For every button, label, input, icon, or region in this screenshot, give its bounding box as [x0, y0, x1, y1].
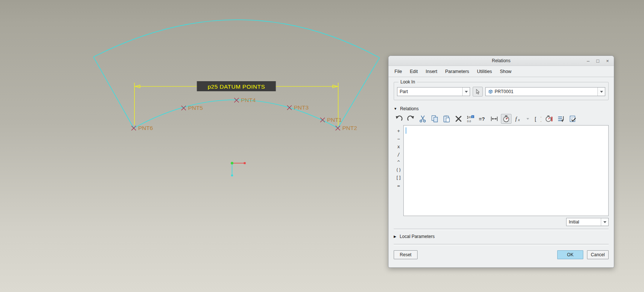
csys-y-tip [231, 174, 233, 177]
operator-x[interactable]: x [394, 143, 403, 150]
datum-point-PNT1[interactable]: PNT1 [320, 117, 342, 123]
datum-point-PNT2[interactable]: PNT2 [336, 125, 357, 131]
insert-function-button[interactable]: fx [513, 114, 523, 124]
undo-button[interactable] [394, 114, 404, 124]
left-edge[interactable] [93, 57, 134, 128]
datum-point-label: PNT5 [188, 105, 203, 111]
verify-relations-button[interactable] [568, 114, 578, 124]
model-combobox[interactable]: PRT0001 [485, 87, 605, 96]
undo-icon [395, 115, 403, 123]
dropdown-arrow-icon [526, 117, 530, 121]
insert-dimension-button[interactable] [489, 114, 499, 124]
datum-point-label: PNT4 [241, 97, 256, 103]
menu-parameters[interactable]: Parameters [445, 68, 470, 75]
operator-^[interactable]: ^ [394, 158, 403, 166]
datum-x-marker [336, 126, 340, 130]
look-in-scope-combobox[interactable]: Part [397, 87, 470, 96]
units-sensitive-button[interactable] [501, 114, 511, 124]
menu-insert[interactable]: Insert [425, 68, 438, 75]
reset-button[interactable]: Reset [394, 250, 418, 259]
dialog-titlebar[interactable]: Relations –□× [388, 56, 614, 66]
look-in-scope-value: Part [397, 89, 462, 94]
menu-edit[interactable]: Edit [409, 68, 418, 75]
delete-button[interactable] [453, 114, 464, 124]
datum-x-marker [131, 126, 136, 130]
datum-point-PNT6[interactable]: PNT6 [131, 125, 153, 131]
operator-/[interactable]: / [394, 150, 403, 158]
copy-icon [431, 115, 439, 123]
look-in-scope-dropdown-button[interactable] [462, 88, 470, 96]
copy-button[interactable] [429, 114, 440, 124]
maximize-button[interactable]: □ [595, 58, 600, 63]
model-dropdown-button[interactable] [597, 88, 605, 96]
evaluate-icon: =? [478, 115, 486, 123]
chevron-down-icon [465, 91, 468, 93]
relations-section-header[interactable]: ▼ Relations [394, 106, 609, 111]
operator-()[interactable]: () [394, 166, 403, 174]
datum-point-label: PNT2 [342, 125, 357, 131]
csys-triad[interactable] [231, 162, 245, 176]
svg-text:f: f [515, 116, 518, 122]
switch-dimensions-button[interactable]: d10.0i [465, 114, 476, 124]
insert-brackets-button[interactable]: [ ] [532, 114, 542, 124]
dimension-label[interactable]: p25 DATUM POINTS [207, 83, 265, 90]
close-button[interactable]: × [605, 58, 610, 63]
datum-point-label: PNT1 [327, 117, 342, 123]
window-controls: –□× [586, 56, 610, 66]
paste-button[interactable] [441, 114, 452, 124]
menu-file[interactable]: File [394, 68, 402, 75]
select-model-button[interactable] [473, 87, 483, 96]
cut-button[interactable] [418, 114, 428, 124]
sort-relations-button[interactable] [556, 114, 566, 124]
application-window: p25 DATUM POINTSPNT6PNT5PNT4PNT3PNT1PNT2… [0, 0, 644, 292]
version-dropdown-button[interactable] [601, 218, 608, 226]
datum-point-label: PNT3 [294, 104, 309, 111]
menu-show[interactable]: Show [499, 68, 512, 75]
parameters-button[interactable] [544, 114, 554, 124]
fx-icon: fx [514, 115, 522, 123]
relations-section-label: Relations [400, 106, 419, 111]
relations-editor[interactable] [403, 125, 609, 216]
minimize-button[interactable]: – [586, 58, 591, 63]
datum-x-marker [181, 106, 186, 110]
cancel-button[interactable]: Cancel [587, 250, 609, 259]
dialog-title: Relations [388, 58, 614, 63]
chevron-down-icon [603, 221, 606, 223]
outer-arc-edge[interactable] [93, 20, 380, 58]
cursor-arrow-icon [475, 89, 481, 95]
model-value: PRT0001 [495, 89, 513, 94]
svg-text:x: x [518, 118, 520, 122]
menu-utilities[interactable]: Utilities [477, 68, 492, 75]
insert-function-dropdown-button[interactable] [525, 114, 530, 124]
operator-+[interactable]: + [394, 127, 403, 135]
text-caret [406, 127, 406, 134]
ok-button[interactable]: OK [557, 250, 583, 259]
right-edge[interactable] [338, 58, 380, 128]
parameters-gauge-icon [545, 115, 553, 123]
datum-point-PNT3[interactable]: PNT3 [287, 104, 309, 111]
version-combobox[interactable]: Initial [566, 218, 609, 226]
datum-point-PNT5[interactable]: PNT5 [181, 105, 203, 111]
measure-icon [490, 115, 498, 123]
version-value: Initial [567, 219, 601, 225]
relations-toolbar: d10.0i=?fx[ ] [394, 114, 609, 124]
svg-text:=?: =? [479, 116, 485, 122]
local-parameters-label: Local Parameters [400, 234, 435, 239]
part-cube-icon [488, 89, 493, 94]
redo-button[interactable] [406, 114, 416, 124]
datum-x-marker [320, 118, 325, 122]
paste-icon [442, 115, 451, 123]
expand-triangle-icon: ▶ [394, 235, 396, 238]
evaluate-button[interactable]: =? [477, 114, 488, 124]
divider [394, 244, 609, 245]
dialog-body: Look In Part [388, 77, 614, 267]
menu-bar: FileEditInsertParametersUtilitiesShow [388, 66, 614, 77]
operator-=[interactable]: = [394, 182, 403, 190]
operator-−[interactable]: − [394, 135, 403, 143]
delete-icon [454, 115, 463, 123]
operator-[][interactable]: [] [394, 174, 403, 182]
chevron-down-icon [600, 91, 603, 93]
collapse-triangle-icon: ▼ [394, 107, 397, 111]
operator-column: +−x/^()[]= [394, 125, 403, 216]
local-parameters-header[interactable]: ▶ Local Parameters [394, 231, 609, 241]
